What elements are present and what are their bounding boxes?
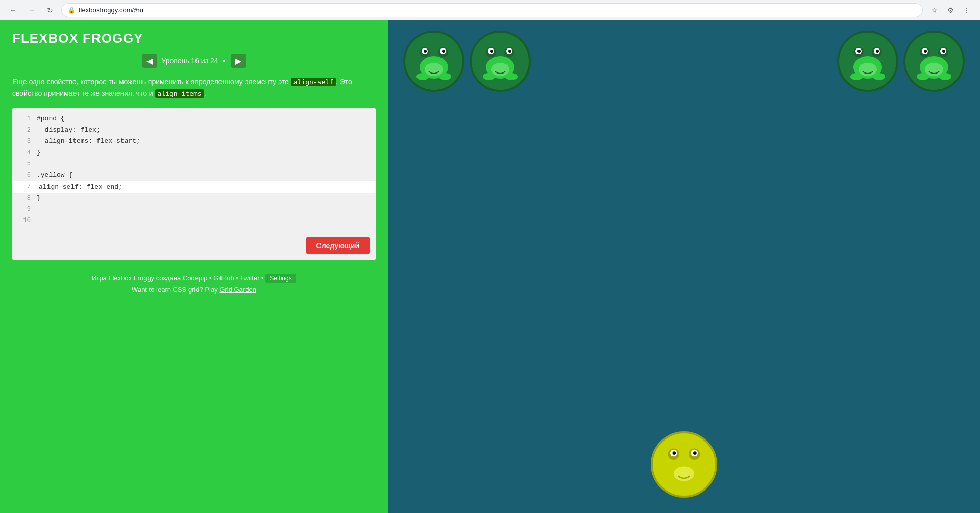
extensions-button[interactable]: ⚙ [943,3,958,17]
level-next-button[interactable]: ▶ [231,54,246,68]
footer: Игра Flexbox Froggy создана Codepip • Gi… [12,274,376,297]
svg-point-8 [416,73,429,80]
svg-point-37 [925,63,943,76]
twitter-link[interactable]: Twitter [240,274,259,282]
code-content-1: #pond { [37,114,65,125]
footer-sep1: • [207,274,213,282]
code-line-5: 5 [12,159,376,170]
browser-actions: ☆ ⚙ ⋮ [927,3,974,17]
svg-point-34 [924,50,927,53]
frog-3 [837,31,898,92]
svg-point-14 [490,50,493,53]
line-num-10: 10 [16,216,31,226]
line-num-6: 6 [16,170,31,180]
address-bar[interactable]: 🔒 flexboxfroggy.com/#ru [61,3,923,17]
svg-point-38 [917,73,929,80]
code-line-1: 1 #pond { [12,114,376,125]
line-num-5: 5 [16,159,31,169]
svg-point-17 [491,63,509,76]
frog-4 [903,31,965,92]
svg-point-39 [939,73,951,80]
frog-yellow [651,431,717,498]
svg-point-49 [690,478,703,486]
level-dropdown-arrow: ▼ [222,58,227,64]
code-content-2: display: flex; [37,125,101,136]
reload-button[interactable]: ↻ [43,3,57,17]
codepip-link[interactable]: Codepip [183,274,207,282]
code-input-field[interactable] [37,183,376,191]
code-content-8: } [37,193,41,204]
code-content-6: .yellow { [37,170,72,181]
svg-point-9 [439,73,451,80]
svg-point-35 [942,50,945,53]
settings-button[interactable]: Settings [265,274,296,283]
svg-point-44 [673,451,676,455]
level-selector: ◀ Уровень 16 из 24 ▼ ▶ [12,54,376,68]
svg-point-48 [665,478,678,486]
code-line-6: 6 .yellow { [12,170,376,181]
frog-yellow-svg [661,442,707,487]
frog-4-svg [914,41,954,82]
bookmark-button[interactable]: ☆ [927,3,941,17]
footer-text: Игра Flexbox Froggy создана [92,274,183,282]
back-button[interactable]: ← [6,3,20,17]
desc-text-after: . [204,89,206,97]
svg-point-7 [425,63,443,76]
line-num-2: 2 [16,126,31,135]
footer-line-1: Игра Flexbox Froggy создана Codepip • Gi… [12,274,376,283]
svg-point-45 [693,451,697,455]
code-lines: 1 #pond { 2 display: flex; 3 align-items… [12,108,376,233]
highlight-align-self: align-self [291,78,336,86]
logo: FLEXBOX FROGGY [12,31,376,46]
url-text: flexboxfroggy.com/#ru [79,6,143,14]
svg-point-28 [850,73,863,80]
line-num-1: 1 [16,114,31,124]
footer-sep3: • [260,274,266,282]
grid-garden-link[interactable]: Grid Garden [219,286,256,294]
svg-point-15 [508,50,511,53]
level-prev-button[interactable]: ◀ [142,54,157,68]
pond [388,20,980,513]
code-content-4: } [37,148,41,158]
highlight-align-items: align-items [155,89,204,98]
svg-point-18 [483,73,495,80]
svg-point-29 [873,73,885,80]
menu-button[interactable]: ⋮ [960,3,974,17]
code-line-2: 2 display: flex; [12,125,376,136]
code-editor: 1 #pond { 2 display: flex; 3 align-items… [12,108,376,260]
code-content-3: align-items: flex-start; [37,136,140,147]
code-line-4: 4 } [12,148,376,159]
desc-text-before: Еще одно свойство, которое ты можешь при… [12,78,291,86]
frog-2-svg [480,41,521,82]
description: Еще одно свойство, которое ты можешь при… [12,76,376,100]
svg-point-47 [674,466,695,481]
code-line-9: 9 [12,204,376,215]
level-text: Уровень 16 из 24 ▼ [162,57,227,65]
footer-line-2: Want to learn CSS grid? Play Grid Garden [12,286,376,294]
left-panel: FLEXBOX FROGGY ◀ Уровень 16 из 24 ▼ ▶ Ещ… [0,20,388,513]
code-line-7[interactable]: 7 [12,181,376,193]
line-num-3: 3 [16,137,31,146]
browser-chrome: ← → ↻ 🔒 flexboxfroggy.com/#ru ☆ ⚙ ⋮ [0,0,980,20]
frog-1 [403,31,464,92]
frog-2 [470,31,531,92]
forward-button[interactable]: → [24,3,39,17]
level-label: Уровень 16 из 24 [162,57,218,65]
next-button[interactable]: Следующий [306,237,370,254]
yellow-frog-wrap [651,431,717,498]
footer-sep2: • [234,274,240,282]
frog-3-svg [847,41,888,82]
line-num-4: 4 [16,148,31,158]
line-num-8: 8 [16,193,31,203]
svg-point-5 [442,50,445,53]
frog-1-svg [413,41,454,82]
svg-point-27 [859,63,877,76]
code-line-3: 3 align-items: flex-start; [12,136,376,148]
line-num-9: 9 [16,205,31,214]
svg-point-4 [424,50,427,53]
next-btn-wrap: Следующий [12,233,376,260]
main-layout: FLEXBOX FROGGY ◀ Уровень 16 из 24 ▼ ▶ Ещ… [0,20,980,513]
github-link[interactable]: GitHub [213,274,234,282]
svg-point-19 [505,73,518,80]
grid-text: Want to learn CSS grid? Play [132,286,219,294]
